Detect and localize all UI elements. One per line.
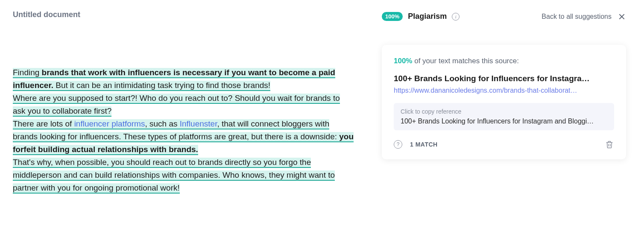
editor-pane: Untitled document Finding brands that wo… bbox=[0, 0, 372, 232]
document-title[interactable]: Untitled document bbox=[13, 10, 354, 19]
highlighted-text[interactable]: That's why, when possible, you should re… bbox=[13, 158, 335, 194]
plagiarism-label: Plagiarism bbox=[408, 12, 447, 21]
header-right: Back to all suggestions bbox=[542, 12, 626, 21]
match-percentage: 100% bbox=[394, 57, 412, 65]
trash-icon[interactable] bbox=[605, 140, 614, 149]
sidebar-header: 100% Plagiarism i Back to all suggestion… bbox=[382, 12, 626, 21]
source-card: 100% of your text matches this source: 1… bbox=[382, 45, 626, 159]
back-link[interactable]: Back to all suggestions bbox=[542, 13, 612, 21]
close-icon[interactable] bbox=[618, 12, 626, 21]
highlighted-text[interactable]: There are lots of influencer platforms, … bbox=[13, 119, 354, 155]
highlighted-text[interactable]: Finding brands that work with influencer… bbox=[13, 68, 335, 91]
source-url[interactable]: https://www.dananicoledesigns.com/brands… bbox=[394, 87, 614, 94]
match-summary: 100% of your text matches this source: bbox=[394, 57, 614, 65]
reference-text: 100+ Brands Looking for Influencers for … bbox=[401, 117, 607, 125]
info-icon[interactable]: i bbox=[452, 13, 460, 21]
footer-left: ? 1 MATCH bbox=[394, 140, 438, 149]
source-title: 100+ Brands Looking for Influencers for … bbox=[394, 74, 614, 83]
match-count: 1 MATCH bbox=[410, 141, 438, 148]
link-influenster[interactable]: Influenster bbox=[180, 119, 217, 128]
reference-hint: Click to copy reference bbox=[401, 108, 607, 115]
reference-copy-box[interactable]: Click to copy reference 100+ Brands Look… bbox=[394, 103, 614, 130]
link-influencer-platforms[interactable]: influencer platforms bbox=[74, 119, 145, 128]
plagiarism-badge: 100% bbox=[382, 12, 403, 21]
help-icon[interactable]: ? bbox=[394, 140, 402, 149]
document-content[interactable]: Finding brands that work with influencer… bbox=[13, 66, 354, 194]
header-left: 100% Plagiarism i bbox=[382, 12, 460, 21]
highlighted-text[interactable]: Where are you supposed to start?! Who do… bbox=[13, 94, 340, 117]
sidebar-pane: 100% Plagiarism i Back to all suggestion… bbox=[372, 0, 636, 232]
card-footer: ? 1 MATCH bbox=[394, 140, 614, 149]
